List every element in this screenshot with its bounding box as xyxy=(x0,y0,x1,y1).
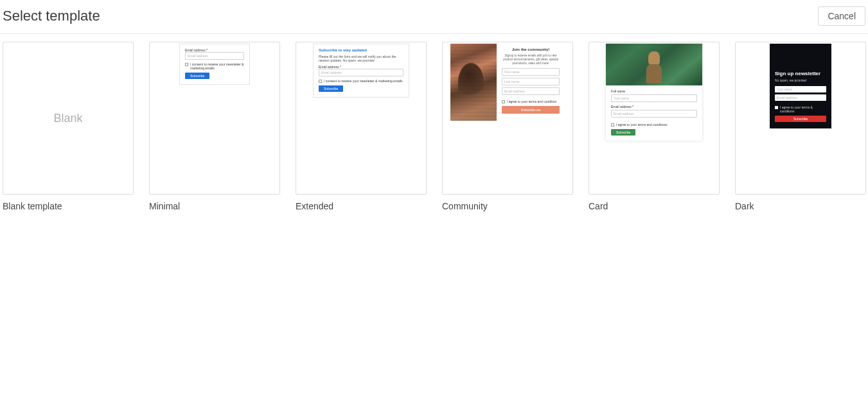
preview-sub: No spam, we promise! xyxy=(775,78,826,82)
preview-consent-row: I agree to your terms and conditions xyxy=(611,123,697,127)
template-label: Blank template xyxy=(3,201,134,211)
template-card-extended[interactable]: Subscribe to stay updated Please fill ou… xyxy=(296,42,427,195)
preview-title: Join the community! xyxy=(502,48,560,52)
preview-minimal: Email address * I consent to receive you… xyxy=(179,44,250,85)
preview-email-input xyxy=(775,94,826,101)
preview-subscribe-button: Subscribe me xyxy=(502,106,560,114)
preview-consent-text: I consent to receive your newsletter & m… xyxy=(324,79,403,83)
preview-consent-text: I agree to your terms & conditions xyxy=(780,105,826,113)
template-card-card[interactable]: Full name Email address * I agree to you… xyxy=(589,42,720,195)
preview-dark: Sign up newsletter No spam, we promise! … xyxy=(770,44,831,128)
preview-email-input xyxy=(185,52,244,60)
template-grid: Blank Blank template Email address * I c… xyxy=(0,34,868,211)
preview-name-input xyxy=(611,94,697,102)
template-card-blank[interactable]: Blank xyxy=(3,42,134,195)
template-label: Dark xyxy=(735,201,866,211)
template-item-dark: Sign up newsletter No spam, we promise! … xyxy=(735,42,866,211)
preview-image xyxy=(450,44,497,121)
template-item-card: Full name Email address * I agree to you… xyxy=(589,42,720,211)
preview-community: Join the community! Signup to receive em… xyxy=(450,44,565,121)
preview-card: Full name Email address * I agree to you… xyxy=(606,44,702,141)
preview-email-input xyxy=(319,69,403,76)
preview-name-label: Full name xyxy=(611,89,697,93)
preview-consent-row: I consent to receive your newsletter & m… xyxy=(185,62,244,70)
preview-email-input xyxy=(611,110,697,118)
template-item-extended: Subscribe to stay updated Please fill ou… xyxy=(296,42,427,211)
template-label: Community xyxy=(442,201,573,211)
preview-subscribe-button: Subscribe xyxy=(319,85,343,92)
checkbox-icon xyxy=(611,123,614,127)
template-card-dark[interactable]: Sign up newsletter No spam, we promise! … xyxy=(735,42,866,195)
preview-consent-row: I consent to receive your newsletter & m… xyxy=(319,79,403,83)
preview-consent-text: I consent to receive your newsletter & m… xyxy=(190,62,244,70)
preview-form: Full name Email address * I agree to you… xyxy=(606,85,702,141)
preview-consent-text: I agree to your terms and conditions xyxy=(616,123,668,127)
checkbox-icon xyxy=(775,106,778,109)
checkbox-icon xyxy=(185,63,188,66)
template-item-community: Join the community! Signup to receive em… xyxy=(442,42,573,211)
preview-image xyxy=(606,44,702,85)
page-header: Select template Cancel xyxy=(0,0,868,34)
template-item-minimal: Email address * I consent to receive you… xyxy=(149,42,280,211)
preview-desc: Please fill out the form and we will not… xyxy=(319,55,403,62)
preview-last-input xyxy=(502,78,560,85)
preview-consent-text: I agree to your terms and condition xyxy=(507,100,556,103)
preview-consent-row: I agree to your terms and condition xyxy=(502,100,560,103)
preview-subscribe-button: Subscribe xyxy=(611,129,635,136)
checkbox-icon xyxy=(319,80,322,83)
preview-consent-row: I agree to your terms & conditions xyxy=(775,105,826,113)
template-label: Extended xyxy=(296,201,427,211)
preview-subscribe-button: Subscribe xyxy=(775,116,826,122)
preview-title: Sign up newsletter xyxy=(775,71,826,76)
preview-title: Subscribe to stay updated xyxy=(319,48,403,53)
preview-email-label: Email address * xyxy=(611,105,697,109)
template-card-minimal[interactable]: Email address * I consent to receive you… xyxy=(149,42,280,195)
template-item-blank: Blank Blank template xyxy=(3,42,134,211)
checkbox-icon xyxy=(502,100,505,103)
preview-name-input xyxy=(775,86,826,92)
preview-subscribe-button: Subscribe xyxy=(185,73,209,79)
preview-first-input xyxy=(502,68,560,76)
template-card-community[interactable]: Join the community! Signup to receive em… xyxy=(442,42,573,195)
cancel-button[interactable]: Cancel xyxy=(818,6,865,26)
blank-thumb-text: Blank xyxy=(53,112,82,125)
preview-extended: Subscribe to stay updated Please fill ou… xyxy=(313,44,409,98)
preview-form: Join the community! Signup to receive em… xyxy=(497,44,565,121)
preview-email-input xyxy=(502,87,560,95)
preview-desc: Signup to receive emails with join to ne… xyxy=(502,54,560,66)
template-label: Card xyxy=(589,201,720,211)
page-title: Select template xyxy=(3,8,100,24)
template-label: Minimal xyxy=(149,201,280,211)
